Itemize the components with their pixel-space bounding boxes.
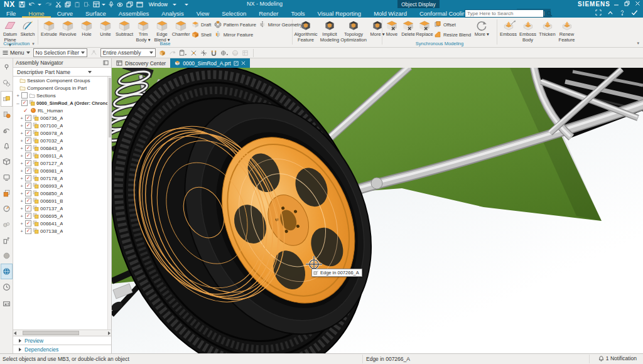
- ribbon-feature-button[interactable]: Extrude: [40, 18, 58, 43]
- tree-row-part[interactable]: 007127_A: [13, 159, 111, 167]
- customize-ribbon-icon[interactable]: [510, 19, 516, 26]
- paste-icon[interactable]: [74, 1, 80, 8]
- web-browser-icon[interactable]: [1, 264, 13, 279]
- ribbon-feature-button[interactable]: Topology Optimization: [342, 18, 365, 43]
- microphone-icon[interactable]: [109, 1, 114, 8]
- ribbon-feature-button[interactable]: Subtract: [115, 18, 134, 43]
- tab-mold-wizard[interactable]: Mold Wizard: [367, 9, 413, 18]
- resize-blend-button[interactable]: Resize Blend: [434, 31, 471, 38]
- ribbon-emboss-button[interactable]: Thicken: [538, 18, 557, 43]
- box-3d-icon[interactable]: [1, 154, 13, 169]
- undock-panel-icon[interactable]: [103, 60, 109, 65]
- move-component-icon[interactable]: [169, 50, 176, 56]
- screenshot-layout-icon[interactable]: [93, 1, 105, 8]
- redo-icon[interactable]: [45, 1, 52, 8]
- tree-row-sections[interactable]: Sections: [13, 92, 111, 99]
- ribbon-feature-button[interactable]: Chamfer: [171, 18, 190, 43]
- cut-icon[interactable]: [55, 1, 62, 8]
- machining-navigator-icon[interactable]: [1, 75, 13, 91]
- ribbon-feature-button[interactable]: Edge Blend ▾: [153, 18, 171, 43]
- tab-surface[interactable]: Surface: [79, 9, 112, 18]
- assembly-navigator-icon[interactable]: [1, 91, 13, 107]
- ribbon-feature-button[interactable]: Implicit Modeling: [318, 18, 342, 43]
- tab-render[interactable]: Render: [252, 9, 284, 18]
- tab-assemblies[interactable]: Assemblies: [112, 9, 156, 18]
- tree-row-part[interactable]: 007100_A: [13, 122, 111, 129]
- notification-area[interactable]: 1 Notification: [598, 355, 637, 361]
- ribbon-overflow-caret-icon[interactable]: ▾: [637, 41, 639, 46]
- fullscreen-icon[interactable]: [595, 9, 602, 16]
- tree-row-part[interactable]: 007178_A: [13, 174, 111, 182]
- ribbon-emboss-button[interactable]: Renew Feature: [557, 18, 576, 43]
- restore-icon[interactable]: [624, 1, 630, 6]
- tab-tools[interactable]: Tools: [284, 9, 311, 18]
- tree-row-session-groups[interactable]: Session Component Groups: [13, 77, 111, 84]
- search-input[interactable]: [465, 9, 544, 18]
- window-menu[interactable]: Window: [149, 1, 168, 8]
- paste-special-icon[interactable]: [84, 1, 90, 8]
- copy-icon[interactable]: [65, 1, 71, 8]
- preview-section[interactable]: Preview: [13, 336, 111, 345]
- assembly-constraints-icon[interactable]: [179, 50, 187, 56]
- pattern-feature-button[interactable]: Pattern Feature: [214, 21, 256, 28]
- pin-tab-icon[interactable]: [234, 61, 239, 66]
- tree-row-part[interactable]: 007138_A: [13, 227, 111, 235]
- ribbon-sync-button[interactable]: Move: [384, 18, 400, 38]
- draft-button[interactable]: Draft: [192, 21, 212, 28]
- tree-row-part[interactable]: 006981_A: [13, 167, 111, 174]
- ribbon-feature-button[interactable]: Hole: [77, 18, 96, 43]
- tab-view[interactable]: View: [190, 9, 215, 18]
- point-dialog-icon[interactable]: [220, 50, 229, 56]
- ribbon-sync-button[interactable]: Delete: [400, 18, 416, 38]
- ribbon-feature-button[interactable]: Revolve: [58, 18, 77, 43]
- tree-row-part[interactable]: 006695_A: [13, 212, 111, 220]
- 3d-viewport[interactable]: Edge in 007266_A: [112, 68, 643, 353]
- snap-point-icon[interactable]: [190, 50, 197, 56]
- tree-row-part[interactable]: 007032_A: [13, 137, 111, 144]
- tab-part-document[interactable]: 0000_SimRod_A.prt: [170, 58, 250, 68]
- status-sphere-icon[interactable]: [1, 248, 13, 264]
- search-icon[interactable]: [546, 11, 553, 17]
- mirror-feature-button[interactable]: Mirror Feature: [214, 31, 256, 38]
- selection-scope-select[interactable]: Entire Assembly: [100, 48, 156, 57]
- close-icon[interactable]: [635, 1, 640, 6]
- system-tools-icon[interactable]: [1, 295, 13, 311]
- shell-button[interactable]: Shell: [192, 31, 212, 38]
- tree-row-part[interactable]: 006993_A: [13, 182, 111, 190]
- undo-icon[interactable]: [28, 1, 41, 8]
- help-icon[interactable]: [619, 9, 625, 16]
- hd3d-tools-icon[interactable]: [1, 169, 13, 185]
- surface-cloud-icon[interactable]: [1, 217, 13, 232]
- tree-row-part[interactable]: 007137_A: [13, 205, 111, 212]
- tab-file[interactable]: File: [0, 9, 22, 18]
- tab-home[interactable]: Home: [22, 9, 50, 18]
- column-header[interactable]: Descriptive Part Name: [13, 68, 111, 77]
- history-icon[interactable]: [1, 279, 13, 295]
- tree-row-part[interactable]: 006850_A: [13, 190, 111, 197]
- ribbon-feature-button[interactable]: Algorithmic Feature: [294, 18, 318, 43]
- selection-filter-select[interactable]: No Selection Filter: [33, 48, 87, 57]
- save-icon[interactable]: [19, 1, 25, 8]
- tree-row-part[interactable]: 006978_A: [13, 129, 111, 137]
- horizontal-scrollbar[interactable]: [13, 329, 111, 336]
- offset-button[interactable]: Offset: [434, 21, 471, 28]
- layers-icon[interactable]: [1, 185, 13, 201]
- render-style-icon[interactable]: [232, 50, 239, 56]
- tree-row-part[interactable]: 006843_A: [13, 144, 111, 152]
- sync-more-button[interactable]: More ▾: [472, 18, 491, 38]
- close-tab-icon[interactable]: [241, 61, 246, 65]
- magnet-tool-icon[interactable]: [210, 50, 217, 56]
- ribbon-sync-button[interactable]: Replace: [416, 18, 433, 38]
- notifications-bell-icon[interactable]: [1, 138, 13, 154]
- ribbon-feature-button[interactable]: Trim Body ▾: [134, 18, 153, 43]
- roller-shade-icon[interactable]: [1, 60, 13, 75]
- dialog-launcher-icon[interactable]: [30, 41, 35, 46]
- minimize-icon[interactable]: [613, 1, 619, 6]
- window-icon[interactable]: [136, 1, 143, 8]
- window-menu-caret-icon[interactable]: [173, 4, 176, 6]
- issue-navigator-icon[interactable]: [1, 232, 13, 248]
- part-navigator-icon[interactable]: [1, 122, 13, 138]
- tab-selection[interactable]: Selection: [215, 9, 252, 18]
- sketch-button[interactable]: Sketch: [19, 18, 36, 38]
- vertical-scrollbar[interactable]: [107, 77, 111, 329]
